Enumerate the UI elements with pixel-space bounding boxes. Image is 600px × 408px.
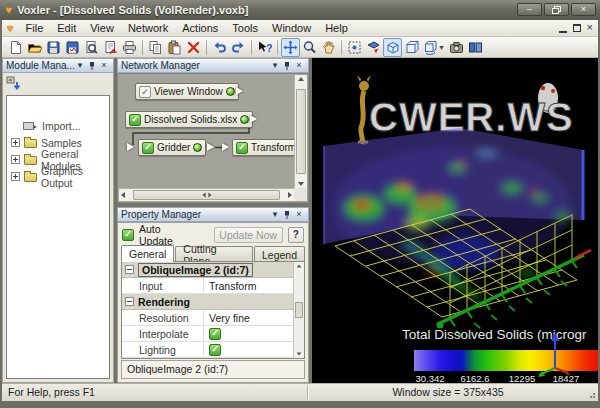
menu-help[interactable]: Help	[318, 21, 355, 35]
pin-icon[interactable]	[86, 60, 98, 71]
delete-button[interactable]	[184, 38, 203, 57]
property-row-resolution[interactable]: Resolution Very fine	[122, 310, 293, 326]
scroll-left-icon[interactable]	[121, 189, 125, 201]
scroll-down-icon[interactable]	[294, 352, 304, 356]
menu-edit[interactable]: Edit	[50, 21, 83, 35]
network-canvas[interactable]: Viewer Window Dissolved Solids.xlsx Grid…	[119, 75, 294, 188]
node-checkbox[interactable]	[236, 142, 248, 154]
output-port[interactable]	[193, 143, 202, 152]
tab-cutting-plane[interactable]: Cutting Plane	[175, 246, 253, 262]
property-row-input[interactable]: Input Transform	[122, 278, 293, 294]
scrollbar-thumb[interactable]	[295, 302, 303, 318]
scroll-right-icon[interactable]	[288, 189, 292, 201]
collapse-minus-icon[interactable]	[125, 265, 134, 274]
export-image-button[interactable]	[101, 38, 120, 57]
close-button[interactable]: ×	[571, 3, 596, 16]
resize-grip[interactable]	[586, 389, 596, 399]
panel-menu-icon[interactable]: ▾	[269, 60, 281, 71]
menu-network[interactable]: Network	[121, 21, 175, 35]
expand-plus-icon[interactable]	[11, 155, 20, 164]
panel-menu-icon[interactable]: ▾	[74, 60, 86, 71]
menu-window[interactable]: Window	[265, 21, 318, 35]
panel-close-icon[interactable]: ×	[98, 60, 110, 71]
lighting-checkbox[interactable]	[209, 344, 221, 356]
undo-button[interactable]	[210, 38, 229, 57]
pin-icon[interactable]	[281, 60, 293, 71]
scroll-up-icon[interactable]	[294, 264, 304, 268]
output-arrow-icon[interactable]	[250, 115, 257, 123]
output-arrow-icon[interactable]	[207, 143, 214, 151]
auto-update-checkbox[interactable]	[122, 229, 134, 241]
tree-item-graphics-output[interactable]: Graphics Output	[7, 168, 109, 185]
tab-legend[interactable]: Legend	[254, 246, 305, 262]
interpolate-checkbox[interactable]	[209, 328, 221, 340]
menu-tools[interactable]: Tools	[225, 21, 265, 35]
group-row-rendering[interactable]: Rendering	[122, 294, 293, 310]
mdi-minimize-icon[interactable]	[559, 31, 567, 33]
redo-button[interactable]	[229, 38, 248, 57]
input-arrow-icon[interactable]	[127, 143, 134, 151]
split-view-button[interactable]	[466, 38, 485, 57]
zoom-tool-button[interactable]	[300, 38, 319, 57]
print-preview-button[interactable]	[82, 38, 101, 57]
node-checkbox[interactable]	[129, 114, 141, 126]
panel-menu-icon[interactable]: ▾	[269, 209, 281, 220]
move-tool-button[interactable]	[281, 38, 300, 57]
node-transform[interactable]: Transform	[232, 139, 294, 156]
save-button[interactable]	[44, 38, 63, 57]
scroll-up-icon[interactable]	[295, 77, 307, 81]
node-checkbox[interactable]	[142, 142, 154, 154]
pan-tool-button[interactable]	[319, 38, 338, 57]
view-cube-button[interactable]	[402, 38, 421, 57]
copy-button[interactable]	[146, 38, 165, 57]
network-vertical-scrollbar[interactable]	[294, 75, 307, 188]
mdi-close-icon[interactable]: ×	[587, 22, 593, 33]
tab-general[interactable]: General	[121, 245, 174, 262]
pin-icon[interactable]	[281, 209, 293, 220]
expand-plus-icon[interactable]	[11, 138, 20, 147]
output-arrow-icon[interactable]	[236, 87, 243, 95]
input-arrow-icon[interactable]	[222, 143, 229, 151]
restore-button[interactable]	[544, 3, 569, 16]
menu-actions[interactable]: Actions	[175, 21, 225, 35]
node-viewer-window[interactable]: Viewer Window	[135, 83, 239, 100]
expand-plus-icon[interactable]	[11, 172, 20, 181]
update-now-button[interactable]: Update Now	[214, 227, 283, 243]
new-button[interactable]	[6, 38, 25, 57]
property-value[interactable]: Very fine	[204, 310, 293, 325]
context-help-button[interactable]: ?	[255, 38, 274, 57]
scrollbar-thumb[interactable]	[133, 190, 280, 200]
panel-close-icon[interactable]: ×	[293, 60, 305, 71]
zoom-extents-button[interactable]	[345, 38, 364, 57]
node-gridder[interactable]: Gridder	[138, 139, 206, 156]
output-port[interactable]	[226, 87, 235, 96]
paste-button[interactable]	[165, 38, 184, 57]
open-button[interactable]	[25, 38, 44, 57]
menu-file[interactable]: File	[19, 21, 51, 35]
print-button[interactable]	[120, 38, 139, 57]
collapse-minus-icon[interactable]	[125, 297, 134, 306]
scrollbar-thumb[interactable]	[296, 89, 306, 174]
panel-close-icon[interactable]: ×	[293, 209, 305, 220]
mdi-restore-icon[interactable]	[573, 24, 581, 32]
network-horizontal-scrollbar[interactable]	[119, 188, 294, 201]
group-row-obliqueimage[interactable]: ObliqueImage 2 (id:7)	[122, 262, 293, 278]
copy-image-button[interactable]	[447, 38, 466, 57]
export-button[interactable]	[63, 38, 82, 57]
view-iso-button[interactable]	[383, 38, 402, 57]
node-dissolved-solids[interactable]: Dissolved Solids.xlsx	[125, 111, 253, 128]
module-sort-button[interactable]	[6, 76, 23, 92]
reset-orientation-button[interactable]	[364, 38, 383, 57]
node-checkbox[interactable]	[139, 86, 151, 98]
output-port[interactable]	[240, 115, 249, 124]
property-value[interactable]: Transform	[204, 278, 293, 293]
scroll-down-icon[interactable]	[295, 182, 307, 186]
property-help-button[interactable]: ?	[288, 227, 304, 243]
property-row-lighting[interactable]: Lighting	[122, 342, 293, 358]
viewer-3d[interactable]: CWER.WS	[312, 58, 598, 383]
menu-view[interactable]: View	[83, 21, 121, 35]
property-row-interpolate[interactable]: Interpolate	[122, 326, 293, 342]
view-dropdown-icon[interactable]: ▼	[438, 44, 445, 51]
minimize-button[interactable]: –	[517, 3, 542, 16]
property-grid-scrollbar[interactable]	[293, 262, 304, 358]
